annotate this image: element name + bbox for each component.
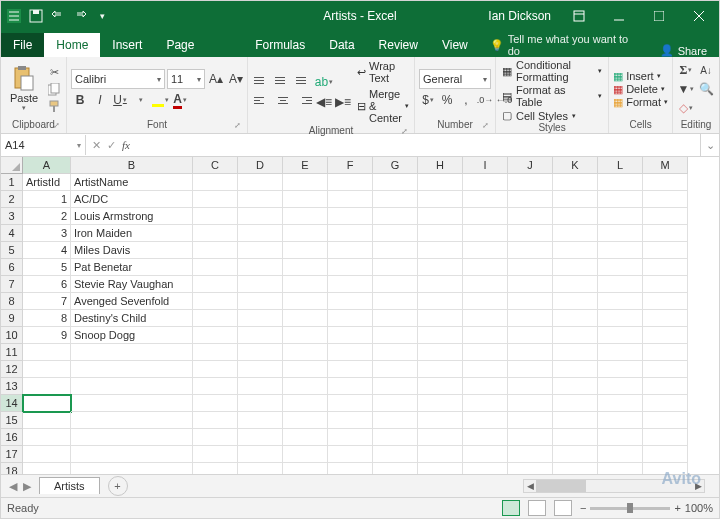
row-header[interactable]: 1 [1, 174, 23, 191]
currency-icon[interactable]: $▾ [419, 91, 437, 109]
cell[interactable] [71, 429, 193, 446]
save-icon[interactable] [29, 9, 43, 23]
cell[interactable] [328, 327, 373, 344]
tab-data[interactable]: Data [317, 33, 366, 57]
scrollbar-track[interactable] [536, 480, 692, 492]
cell[interactable] [238, 225, 283, 242]
cell[interactable] [418, 225, 463, 242]
cell[interactable] [418, 412, 463, 429]
cell[interactable] [328, 378, 373, 395]
cell[interactable] [418, 429, 463, 446]
cell[interactable] [643, 446, 688, 463]
cell[interactable] [283, 174, 328, 191]
cell[interactable] [463, 276, 508, 293]
redo-icon[interactable] [73, 9, 87, 23]
clear-button[interactable]: ◇▾ [677, 99, 695, 117]
cell[interactable] [508, 446, 553, 463]
cell[interactable] [373, 429, 418, 446]
cell[interactable] [553, 463, 598, 474]
decrease-indent-icon[interactable]: ◀≡ [315, 93, 333, 111]
cell[interactable] [238, 412, 283, 429]
cell[interactable] [418, 395, 463, 412]
cell[interactable] [553, 259, 598, 276]
fill-color-button[interactable]: ▾ [151, 91, 169, 109]
cell[interactable] [373, 259, 418, 276]
cell[interactable] [598, 208, 643, 225]
scroll-left-icon[interactable]: ◀ [524, 481, 536, 491]
row-header[interactable]: 16 [1, 429, 23, 446]
page-break-view-button[interactable] [554, 500, 572, 516]
cell[interactable] [508, 463, 553, 474]
cell[interactable] [283, 378, 328, 395]
cell[interactable] [643, 344, 688, 361]
cell[interactable] [643, 327, 688, 344]
cell[interactable] [418, 361, 463, 378]
cell[interactable] [508, 225, 553, 242]
cell[interactable] [328, 446, 373, 463]
underline-button[interactable]: U▾ [111, 91, 129, 109]
cell[interactable] [598, 361, 643, 378]
column-header[interactable]: E [283, 157, 328, 174]
row-header[interactable]: 11 [1, 344, 23, 361]
row-header[interactable]: 7 [1, 276, 23, 293]
cell[interactable] [598, 327, 643, 344]
row-header[interactable]: 15 [1, 412, 23, 429]
align-bottom-icon[interactable] [294, 73, 314, 87]
cell[interactable] [463, 344, 508, 361]
dialog-launcher-icon[interactable]: ⤢ [53, 121, 60, 130]
cell[interactable] [643, 361, 688, 378]
cell[interactable] [643, 208, 688, 225]
row-header[interactable]: 14 [1, 395, 23, 412]
column-header[interactable]: J [508, 157, 553, 174]
cell[interactable] [553, 395, 598, 412]
cell[interactable] [508, 344, 553, 361]
cell[interactable] [598, 191, 643, 208]
cell[interactable] [418, 463, 463, 474]
cell[interactable] [283, 361, 328, 378]
dialog-launcher-icon[interactable]: ⤢ [401, 127, 408, 136]
tab-view[interactable]: View [430, 33, 480, 57]
ribbon-display-options[interactable] [559, 1, 599, 31]
cell[interactable] [328, 208, 373, 225]
cell[interactable] [463, 208, 508, 225]
format-as-table-button[interactable]: ▤Format as Table▾ [500, 84, 604, 108]
cell[interactable] [373, 361, 418, 378]
cell[interactable] [238, 174, 283, 191]
cell[interactable] [193, 378, 238, 395]
cell[interactable] [553, 446, 598, 463]
cell[interactable] [193, 208, 238, 225]
row-header[interactable]: 2 [1, 191, 23, 208]
cell-styles-button[interactable]: ▢Cell Styles▾ [500, 109, 604, 122]
cell[interactable] [463, 225, 508, 242]
column-header[interactable]: L [598, 157, 643, 174]
cell[interactable] [71, 344, 193, 361]
cell[interactable] [373, 378, 418, 395]
scrollbar-thumb[interactable] [536, 480, 586, 492]
cell[interactable] [553, 327, 598, 344]
row-header[interactable]: 5 [1, 242, 23, 259]
cell[interactable] [463, 446, 508, 463]
cell[interactable] [328, 174, 373, 191]
fill-button[interactable]: ▼▾ [677, 80, 695, 98]
cell[interactable]: Pat Benetar [71, 259, 193, 276]
comma-icon[interactable]: , [457, 91, 475, 109]
cell[interactable] [23, 395, 71, 412]
tell-me-search[interactable]: 💡 Tell me what you want to do [480, 33, 648, 57]
border-button[interactable]: ▾ [131, 91, 149, 109]
cell[interactable] [238, 361, 283, 378]
cell[interactable] [193, 446, 238, 463]
cell[interactable] [418, 276, 463, 293]
cell[interactable] [193, 429, 238, 446]
maximize-button[interactable] [639, 1, 679, 31]
cell[interactable] [418, 378, 463, 395]
tab-file[interactable]: File [1, 33, 44, 57]
cell[interactable] [238, 208, 283, 225]
cell[interactable] [508, 242, 553, 259]
cell[interactable] [508, 378, 553, 395]
cell[interactable] [508, 429, 553, 446]
cell[interactable] [193, 174, 238, 191]
sheet-tab-artists[interactable]: Artists [39, 477, 100, 494]
page-layout-view-button[interactable] [528, 500, 546, 516]
cell[interactable] [643, 174, 688, 191]
cell[interactable] [463, 259, 508, 276]
